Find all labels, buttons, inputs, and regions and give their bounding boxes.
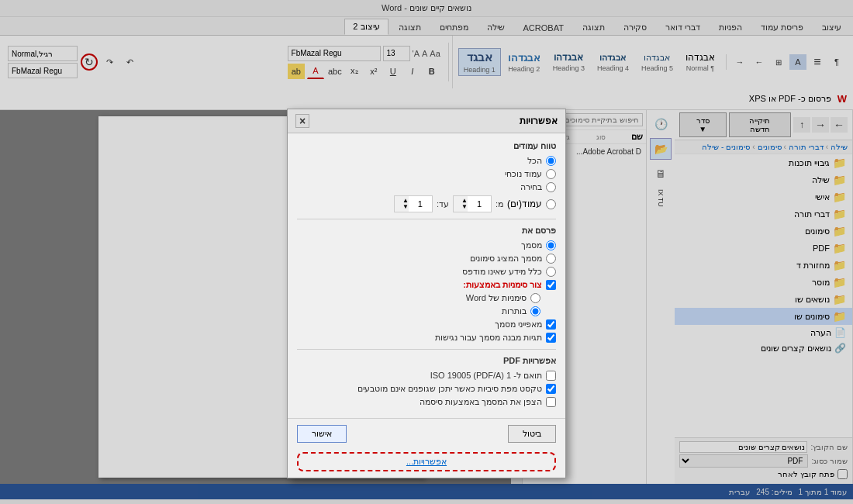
radio-all-label: הכל — [527, 156, 542, 166]
divider1 — [297, 219, 556, 219]
radio-nonprint: כלל מידע שאינו מודפס — [297, 267, 556, 277]
dialog-footer: ביטול אישור — [288, 418, 565, 449]
radio-headings-label: בותרות — [502, 306, 527, 316]
options-dialog: אפשרויות × טווח עמודים הכל עמוד נוכחי בח… — [287, 109, 566, 478]
struct-checkbox[interactable] — [546, 333, 556, 343]
docprop-checkbox[interactable] — [546, 319, 556, 330]
radio-pages-input[interactable] — [546, 199, 556, 209]
radio-current-label: עמוד נוכחי — [505, 169, 542, 179]
from-down[interactable]: ▼ — [461, 204, 468, 210]
bitmap-row: טקסט מפת סיביות כאשר יתכן שגופנים אינם מ… — [297, 384, 556, 394]
struct-row: תגיות מבנה מסמך עבור נגישות — [297, 333, 556, 343]
radio-document-input[interactable] — [546, 240, 556, 250]
radio-current-input[interactable] — [546, 169, 556, 179]
to-down[interactable]: ▼ — [402, 204, 409, 210]
page-range-title: טווח עמודים — [297, 141, 556, 151]
divider2 — [297, 349, 556, 350]
to-input[interactable] — [409, 196, 432, 212]
radio-selection-input[interactable] — [546, 182, 556, 192]
radio-current: עמוד נוכחי — [297, 169, 556, 179]
print-what-title: פרסם את — [297, 226, 556, 236]
encrypt-row: הצפן את המסמך באמצעות סיסמה — [297, 397, 556, 407]
from-label: מ: — [496, 199, 503, 209]
radio-nonprint-label: כלל מידע שאינו מודפס — [462, 267, 542, 277]
docprop-label: מאפייני מסמך — [495, 319, 542, 330]
ok-button[interactable]: אישור — [297, 425, 347, 443]
from-input[interactable] — [468, 196, 491, 212]
bookmark-options: סימניות של Word בותרות — [297, 293, 540, 316]
bookmarks-label: צור סימניות באמצעות: — [463, 280, 542, 290]
radio-pages-label: עמוד(ים) — [507, 198, 542, 209]
docprop-row: מאפייני מסמך — [297, 319, 556, 330]
cancel-button[interactable]: ביטול — [508, 425, 556, 443]
radio-document-label: מסמך — [521, 240, 542, 250]
bookmarks-checkbox[interactable] — [546, 280, 556, 290]
radio-selection-label: בחירה — [520, 182, 542, 192]
radio-all: הכל — [297, 156, 556, 166]
page-range-row: עמוד(ים) מ: ▲ ▼ עד: ▲ ▼ — [297, 195, 556, 212]
radio-all-input[interactable] — [546, 156, 556, 166]
pdf-options-title: אפשרויות PDF — [297, 356, 556, 366]
bookmarks-checkbox-row: צור סימניות באמצעות: — [297, 280, 556, 290]
dialog-title: אפשרויות × — [288, 109, 565, 133]
to-label: עד: — [437, 199, 449, 209]
radio-markup-label: מסמך המציג סימונים — [470, 254, 542, 264]
struct-label: תגיות מבנה מסמך עבור נגישות — [435, 333, 542, 343]
bitmap-label: טקסט מפת סיביות כאשר יתכן שגופנים אינם מ… — [357, 384, 542, 394]
radio-word-bookmarks-input[interactable] — [530, 293, 540, 303]
dialog-overlay: אפשרויות × טווח עמודים הכל עמוד נוכחי בח… — [0, 0, 853, 504]
dialog-close-btn[interactable]: × — [295, 114, 309, 128]
pdfa-label: תואם ל- 1 ISO 19005 (PDF/A) — [430, 371, 542, 381]
bitmap-checkbox[interactable] — [546, 384, 556, 394]
radio-headings: בותרות — [297, 306, 540, 316]
radio-markup: מסמך המציג סימונים — [297, 254, 556, 264]
radio-word-bookmarks-label: סימניות של Word — [466, 293, 527, 303]
radio-nonprint-input[interactable] — [546, 267, 556, 277]
radio-markup-input[interactable] — [546, 254, 556, 264]
radio-headings-input[interactable] — [530, 306, 540, 316]
radio-selection: בחירה — [297, 182, 556, 192]
radio-document: מסמך — [297, 240, 556, 250]
radio-word-bookmarks: סימניות של Word — [297, 293, 540, 303]
encrypt-checkbox[interactable] — [546, 397, 556, 407]
dialog-body: טווח עמודים הכל עמוד נוכחי בחירה עמוד(ים… — [288, 133, 565, 418]
dialog-title-text: אפשרויות — [520, 116, 558, 126]
encrypt-label: הצפן את המסמך באמצעות סיסמה — [420, 397, 542, 407]
pdfa-row: תואם ל- 1 ISO 19005 (PDF/A) — [297, 371, 556, 381]
pdfa-checkbox[interactable] — [546, 371, 556, 381]
options-link[interactable]: אפשרויות... — [297, 452, 556, 471]
